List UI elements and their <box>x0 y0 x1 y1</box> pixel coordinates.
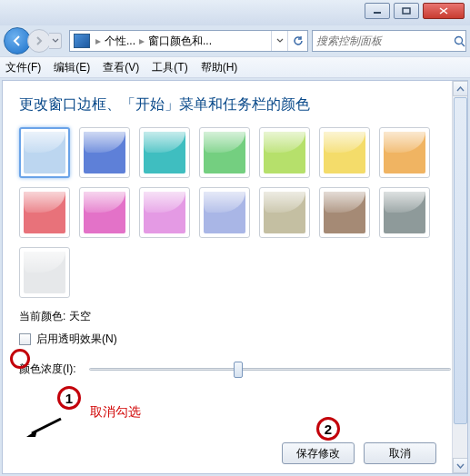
slider-thumb[interactable] <box>234 362 243 378</box>
breadcrumb-seg-2[interactable]: 窗口颜色和... <box>146 34 214 49</box>
close-button[interactable] <box>423 3 465 19</box>
color-swatch-leaf[interactable] <box>199 127 250 178</box>
color-swatch-chocolate[interactable] <box>319 187 370 238</box>
transparency-label: 启用透明效果(N) <box>36 332 117 347</box>
color-swatch-ruby[interactable] <box>19 187 70 238</box>
annotation-text: 取消勾选 <box>90 404 141 421</box>
page-title: 更改窗口边框、「开始」菜单和任务栏的颜色 <box>19 95 451 114</box>
navigation-bar: ▸ 个性... ▸ 窗口颜色和... <box>0 25 470 56</box>
svg-line-5 <box>462 43 465 46</box>
color-swatch-twilight[interactable] <box>79 127 130 178</box>
vertical-scrollbar[interactable] <box>452 81 467 473</box>
color-swatch-pumpkin[interactable] <box>379 127 430 178</box>
transparency-row: 启用透明效果(N) <box>19 332 451 347</box>
refresh-icon[interactable] <box>287 31 307 51</box>
svg-rect-1 <box>403 8 410 14</box>
scrollbar-thumb[interactable] <box>454 97 467 424</box>
color-swatch-sea[interactable] <box>139 127 190 178</box>
window-titlebar <box>0 0 470 25</box>
search-input[interactable] <box>313 35 454 47</box>
intensity-row: 颜色浓度(I): <box>19 360 451 378</box>
forward-button[interactable] <box>27 29 51 53</box>
svg-line-6 <box>32 419 61 433</box>
scroll-down-icon[interactable] <box>453 458 468 473</box>
scroll-up-icon[interactable] <box>453 81 468 96</box>
intensity-slider[interactable] <box>89 360 451 378</box>
current-color-label: 当前颜色: 天空 <box>19 309 451 324</box>
color-swatch-taupe[interactable] <box>259 187 310 238</box>
color-swatch-violet[interactable] <box>139 187 190 238</box>
control-panel-icon <box>74 34 90 48</box>
menu-edit[interactable]: 编辑(E) <box>54 60 90 75</box>
transparency-checkbox[interactable] <box>19 333 31 345</box>
maximize-button[interactable] <box>394 3 419 19</box>
color-swatch-lime[interactable] <box>259 127 310 178</box>
menu-help[interactable]: 帮助(H) <box>201 60 238 75</box>
minimize-button[interactable] <box>365 3 390 19</box>
annotation-badge-1: 1 <box>57 386 81 410</box>
svg-marker-7 <box>26 430 37 437</box>
color-swatch-grid <box>19 127 437 298</box>
menu-view[interactable]: 查看(V) <box>103 60 139 75</box>
annotation-arrow-icon <box>25 417 63 439</box>
address-dropdown-icon[interactable] <box>271 31 287 51</box>
history-dropdown-icon[interactable] <box>49 33 62 49</box>
annotation-checkbox-highlight <box>10 349 30 369</box>
content-pane: 更改窗口边框、「开始」菜单和任务栏的颜色 当前颜色: 天空 启用透明效果(N) … <box>2 80 468 474</box>
breadcrumb-separator: ▸ <box>137 35 146 47</box>
cancel-button[interactable]: 取消 <box>364 442 436 464</box>
menu-bar: 文件(F) 编辑(E) 查看(V) 工具(T) 帮助(H) <box>0 56 470 78</box>
color-swatch-fuchsia[interactable] <box>79 187 130 238</box>
menu-file[interactable]: 文件(F) <box>5 60 41 75</box>
color-swatch-sky[interactable] <box>19 127 70 178</box>
svg-point-4 <box>455 36 463 44</box>
search-box[interactable] <box>312 30 466 52</box>
save-button[interactable]: 保存修改 <box>282 442 355 464</box>
breadcrumb-separator: ▸ <box>94 35 103 47</box>
menu-tools[interactable]: 工具(T) <box>152 60 187 75</box>
breadcrumb-seg-1[interactable]: 个性... <box>103 34 137 49</box>
color-swatch-lavender[interactable] <box>199 187 250 238</box>
annotation-badge-2: 2 <box>316 417 340 441</box>
color-swatch-slate[interactable] <box>379 187 430 238</box>
address-bar[interactable]: ▸ 个性... ▸ 窗口颜色和... <box>69 30 308 52</box>
color-swatch-sun[interactable] <box>319 127 370 178</box>
search-icon[interactable] <box>454 35 465 47</box>
color-swatch-frost[interactable] <box>19 247 70 298</box>
slider-track <box>89 368 451 371</box>
dialog-footer: 保存修改 取消 <box>282 442 436 464</box>
